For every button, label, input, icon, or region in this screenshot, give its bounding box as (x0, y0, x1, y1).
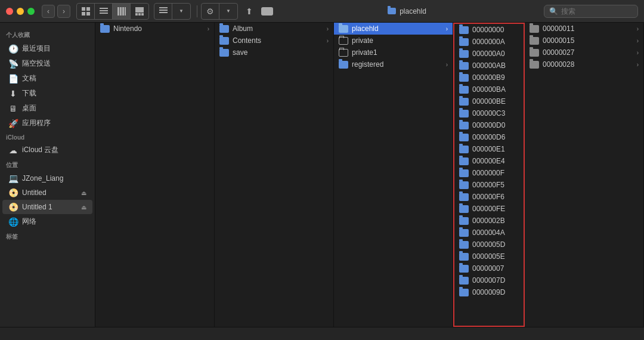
disk-icon-2: 📀 (8, 202, 18, 212)
sidebar-item-documents[interactable]: 📄 文稿 (2, 71, 92, 86)
private-folder-icon (339, 37, 348, 45)
registered-label: registered (352, 60, 383, 69)
svg-rect-16 (159, 10, 168, 11)
right-col-item-7[interactable]: 000000C3› (454, 107, 525, 119)
right-col-label-14: 000000F6 (472, 193, 504, 201)
sidebar-section-tags: 标签 (0, 229, 95, 243)
sidebar-item-label-recent: 最近项目 (22, 44, 51, 54)
search-box[interactable]: 🔍 (544, 5, 638, 18)
computer-icon: 💻 (8, 174, 18, 183)
column-item-nintendo[interactable]: Nintendo › (95, 23, 214, 35)
recent-icon: 🕐 (8, 44, 18, 54)
sidebar-item-recent[interactable]: 🕐 最近项目 (2, 41, 92, 56)
list-view-button[interactable] (95, 4, 113, 19)
sidebar-item-desktop[interactable]: 🖥 桌面 (2, 101, 92, 116)
right-column-main: 00000000›0000000A›000000A0›000000AB›0000… (454, 24, 525, 326)
view-options-arrow[interactable]: ▼ (172, 4, 190, 19)
svg-rect-5 (100, 10, 108, 11)
icon-view-button[interactable] (77, 4, 95, 19)
right-col-item-3[interactable]: 000000AB› (454, 60, 525, 72)
sidebar-item-network[interactable]: 🌐 网络 (2, 214, 92, 229)
right-folder-icon-0 (459, 26, 469, 34)
close-button[interactable] (6, 8, 13, 15)
column-item-private[interactable]: private (334, 35, 453, 47)
sidebar-item-jzone[interactable]: 💻 JZone_Liang (2, 171, 92, 186)
right-col-item-16[interactable]: 0000002B› (454, 215, 525, 227)
column-item-save[interactable]: save (215, 47, 333, 58)
forward-button[interactable]: › (57, 5, 70, 18)
placehld-label: placehld (352, 24, 379, 33)
right-folder-icon-5 (459, 86, 469, 94)
sidebar-item-icloud[interactable]: ☁ iCloud 云盘 (2, 143, 92, 157)
right-col-item-14[interactable]: 000000F6› (454, 191, 525, 203)
right-col-label-16: 0000002B (472, 217, 505, 225)
action-group: ⚙ ▼ (201, 3, 238, 20)
icloud-icon: ☁ (8, 146, 18, 155)
overflow-chevron-0: › (637, 26, 639, 32)
right-col-item-10[interactable]: 000000E1› (454, 143, 525, 155)
overflow-item-1[interactable]: 00000015› (525, 35, 643, 47)
svg-rect-9 (122, 7, 124, 16)
right-col-item-5[interactable]: 000000BA› (454, 84, 525, 95)
right-col-item-13[interactable]: 000000F5› (454, 179, 525, 191)
right-col-item-8[interactable]: 000000D0› (454, 119, 525, 131)
right-folder-icon-6 (459, 98, 469, 106)
overflow-label-2: 00000027 (543, 48, 574, 57)
overflow-item-0[interactable]: 00000011› (525, 23, 643, 35)
right-col-item-15[interactable]: 000000FE› (454, 203, 525, 215)
sidebar-item-untitled1[interactable]: 📀 Untitled 1 ⏏ (2, 200, 92, 214)
action-button[interactable]: ⚙ (202, 4, 219, 19)
eject-icon-2[interactable]: ⏏ (81, 204, 86, 211)
right-col-item-0[interactable]: 00000000› (454, 24, 525, 36)
window-title: placehld (400, 7, 426, 16)
eject-icon-1[interactable]: ⏏ (81, 190, 86, 196)
overflow-item-2[interactable]: 00000027› (525, 47, 643, 58)
gallery-view-button[interactable] (131, 4, 148, 19)
sidebar-item-downloads[interactable]: ⬇ 下载 (2, 86, 92, 101)
overflow-item-3[interactable]: 00000028› (525, 58, 643, 70)
svg-rect-0 (82, 7, 85, 11)
column-view-button[interactable] (113, 4, 131, 19)
search-input[interactable] (561, 7, 633, 16)
right-col-item-17[interactable]: 0000004A› (454, 227, 525, 239)
svg-rect-17 (159, 12, 168, 13)
right-col-item-1[interactable]: 0000000A› (454, 36, 525, 48)
tag-button[interactable] (258, 4, 276, 19)
right-col-item-9[interactable]: 000000D6› (454, 131, 525, 143)
right-col-label-15: 000000FE (472, 205, 505, 213)
column-item-placehld[interactable]: placehld › (334, 23, 453, 35)
right-col-label-18: 0000005D (472, 240, 505, 249)
right-col-item-4[interactable]: 000000B9› (454, 72, 525, 84)
right-col-item-22[interactable]: 0000009D› (454, 286, 525, 298)
right-folder-icon-18 (459, 241, 469, 249)
applications-icon: 🚀 (8, 119, 18, 128)
right-col-item-6[interactable]: 000000BE› (454, 95, 525, 107)
sidebar-item-label-airdrop: 隔空投送 (22, 58, 51, 69)
sidebar-section-favorites: 个人收藏 (0, 27, 95, 41)
svg-rect-12 (135, 13, 138, 16)
right-col-item-21[interactable]: 0000007D› (454, 274, 525, 286)
sidebar-item-applications[interactable]: 🚀 应用程序 (2, 116, 92, 131)
right-col-item-11[interactable]: 000000E4› (454, 155, 525, 167)
right-col-item-20[interactable]: 00000007› (454, 262, 525, 274)
registered-folder-icon (339, 61, 348, 69)
right-col-label-9: 000000D6 (472, 133, 505, 141)
right-col-item-19[interactable]: 0000005E› (454, 251, 525, 262)
view-options-button[interactable] (154, 4, 172, 19)
maximize-button[interactable] (27, 8, 35, 15)
right-columns-highlighted: 00000000›0000000A›000000A0›000000AB›0000… (453, 23, 525, 327)
traffic-lights (6, 8, 35, 15)
column-item-private1[interactable]: private1 (334, 47, 453, 58)
right-col-item-18[interactable]: 0000005D› (454, 239, 525, 251)
sidebar-item-untitled[interactable]: 📀 Untitled ⏏ (2, 186, 92, 200)
column-item-contents[interactable]: Contents › (215, 35, 333, 47)
right-col-item-12[interactable]: 0000000F› (454, 167, 525, 179)
right-col-item-2[interactable]: 000000A0› (454, 48, 525, 60)
share-button[interactable]: ⬆ (240, 4, 258, 19)
column-item-registered[interactable]: registered › (334, 58, 453, 70)
action-arrow[interactable]: ▼ (219, 4, 237, 19)
column-item-album[interactable]: Album › (215, 23, 333, 35)
back-button[interactable]: ‹ (42, 5, 55, 18)
sidebar-item-airdrop[interactable]: 📡 隔空投送 (2, 56, 92, 71)
minimize-button[interactable] (17, 8, 24, 15)
